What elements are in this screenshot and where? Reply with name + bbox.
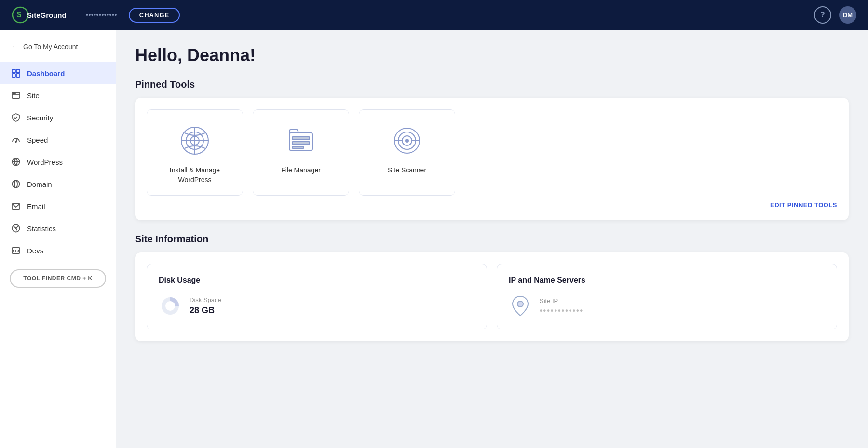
wordpress-tool-icon bbox=[177, 123, 212, 158]
tool-card-file-manager[interactable]: File Manager bbox=[253, 109, 349, 196]
tool-card-wordpress[interactable]: Install & Manage WordPress bbox=[147, 109, 243, 196]
site-ip-value: •••••••••••• bbox=[540, 306, 583, 315]
ip-text: Site IP •••••••••••• bbox=[540, 297, 583, 315]
sidebar-item-domain[interactable]: Domain bbox=[0, 173, 116, 195]
svg-rect-32 bbox=[292, 146, 304, 148]
svg-point-43 bbox=[517, 301, 523, 307]
tool-card-site-scanner[interactable]: Site Scanner bbox=[359, 109, 455, 196]
sidebar-item-site[interactable]: Site bbox=[0, 84, 116, 106]
sidebar-item-security[interactable]: Security bbox=[0, 106, 116, 129]
email-icon bbox=[12, 202, 20, 211]
main-content: Hello, Deanna! Pinned Tools bbox=[116, 30, 868, 448]
svg-text:SiteGround: SiteGround bbox=[27, 11, 67, 19]
change-button[interactable]: CHANGE bbox=[129, 8, 180, 23]
site-ip-label: Site IP bbox=[540, 297, 583, 304]
sidebar-item-label-domain: Domain bbox=[27, 180, 52, 188]
back-arrow-icon: ← bbox=[12, 42, 19, 51]
svg-rect-3 bbox=[12, 69, 15, 73]
site-selector-value: •••••••••••• bbox=[86, 11, 117, 19]
svg-point-10 bbox=[14, 93, 15, 94]
security-icon bbox=[12, 113, 20, 122]
back-label: Go To My Account bbox=[23, 43, 78, 51]
sidebar-item-wordpress[interactable]: WordPress bbox=[0, 151, 116, 173]
svg-point-42 bbox=[165, 301, 175, 311]
site-information-card: Disk Usage Disk Space 28 bbox=[135, 252, 849, 341]
site-scanner-tool-icon bbox=[390, 123, 424, 158]
site-information-title: Site Information bbox=[135, 234, 849, 245]
sidebar-item-label-site: Site bbox=[27, 92, 40, 100]
disk-usage-card: Disk Usage Disk Space 28 bbox=[147, 264, 487, 329]
sidebar-item-speed[interactable]: Speed bbox=[0, 129, 116, 151]
disk-usage-title: Disk Usage bbox=[159, 276, 475, 285]
tool-card-label-site-scanner: Site Scanner bbox=[388, 166, 426, 175]
site-icon bbox=[12, 91, 20, 100]
sidebar-item-label-security: Security bbox=[27, 114, 53, 122]
main-layout: ← Go To My Account Dashboard bbox=[0, 30, 868, 448]
svg-rect-4 bbox=[16, 69, 20, 73]
disk-space-value: 28 GB bbox=[190, 305, 221, 316]
svg-point-21 bbox=[15, 228, 17, 229]
svg-rect-31 bbox=[292, 142, 310, 145]
go-to-my-account-link[interactable]: ← Go To My Account bbox=[0, 36, 116, 58]
speed-icon bbox=[12, 135, 20, 144]
disk-space-label: Disk Space bbox=[190, 296, 221, 303]
svg-rect-30 bbox=[292, 137, 310, 140]
logo-svg: S SiteGround bbox=[12, 6, 74, 24]
location-icon bbox=[509, 294, 532, 317]
ip-name-servers-card: IP and Name Servers Site IP •••••••••••• bbox=[497, 264, 837, 329]
svg-rect-6 bbox=[16, 74, 20, 77]
grid-icon bbox=[12, 69, 20, 78]
sidebar-item-statistics[interactable]: Statistics bbox=[0, 217, 116, 239]
devs-icon bbox=[12, 246, 20, 255]
disk-usage-row: Disk Space 28 GB bbox=[159, 294, 475, 317]
sidebar-item-dashboard[interactable]: Dashboard bbox=[0, 62, 116, 84]
topnav-right: ? DM bbox=[814, 6, 856, 24]
svg-point-36 bbox=[406, 139, 408, 142]
page-greeting: Hello, Deanna! bbox=[135, 45, 849, 66]
tool-finder-button[interactable]: TOOL FINDER CMD + K bbox=[10, 269, 106, 288]
sidebar-item-label-email: Email bbox=[27, 202, 45, 211]
tool-card-label-file-manager: File Manager bbox=[281, 166, 321, 175]
statistics-icon bbox=[12, 224, 20, 233]
user-avatar[interactable]: DM bbox=[839, 6, 856, 24]
svg-text:S: S bbox=[16, 11, 22, 19]
file-manager-tool-icon bbox=[284, 123, 318, 158]
tool-card-label-wordpress: Install & Manage WordPress bbox=[157, 166, 233, 184]
top-navigation: S SiteGround •••••••••••• CHANGE ? DM bbox=[0, 0, 868, 30]
edit-pinned-tools-link[interactable]: EDIT PINNED TOOLS bbox=[147, 201, 837, 209]
ip-name-servers-title: IP and Name Servers bbox=[509, 276, 825, 285]
svg-point-9 bbox=[13, 93, 14, 94]
svg-line-12 bbox=[15, 117, 17, 119]
ip-row: Site IP •••••••••••• bbox=[509, 294, 825, 317]
sidebar-item-email[interactable]: Email bbox=[0, 195, 116, 217]
disk-usage-text: Disk Space 28 GB bbox=[190, 296, 221, 316]
svg-point-14 bbox=[15, 141, 16, 142]
disk-usage-icon bbox=[159, 294, 182, 317]
logo[interactable]: S SiteGround bbox=[12, 6, 74, 24]
wordpress-icon bbox=[12, 158, 20, 166]
svg-rect-5 bbox=[12, 74, 15, 77]
help-icon[interactable]: ? bbox=[814, 6, 831, 24]
sidebar-item-label-dashboard: Dashboard bbox=[27, 69, 65, 78]
site-info-grid: Disk Usage Disk Space 28 bbox=[147, 264, 837, 329]
sidebar: ← Go To My Account Dashboard bbox=[0, 30, 116, 448]
sidebar-item-label-devs: Devs bbox=[27, 247, 43, 255]
sidebar-item-label-wordpress: WordPress bbox=[27, 158, 63, 166]
sidebar-item-label-statistics: Statistics bbox=[27, 224, 56, 233]
sidebar-item-label-speed: Speed bbox=[27, 136, 48, 144]
pinned-tools-title: Pinned Tools bbox=[135, 79, 849, 90]
pinned-tools-grid: Install & Manage WordPress File Manager bbox=[147, 109, 837, 196]
topnav-left: S SiteGround •••••••••••• CHANGE bbox=[12, 6, 180, 24]
sidebar-item-devs[interactable]: Devs bbox=[0, 239, 116, 262]
domain-icon bbox=[12, 180, 20, 188]
pinned-tools-card: Install & Manage WordPress File Manager bbox=[135, 98, 849, 220]
